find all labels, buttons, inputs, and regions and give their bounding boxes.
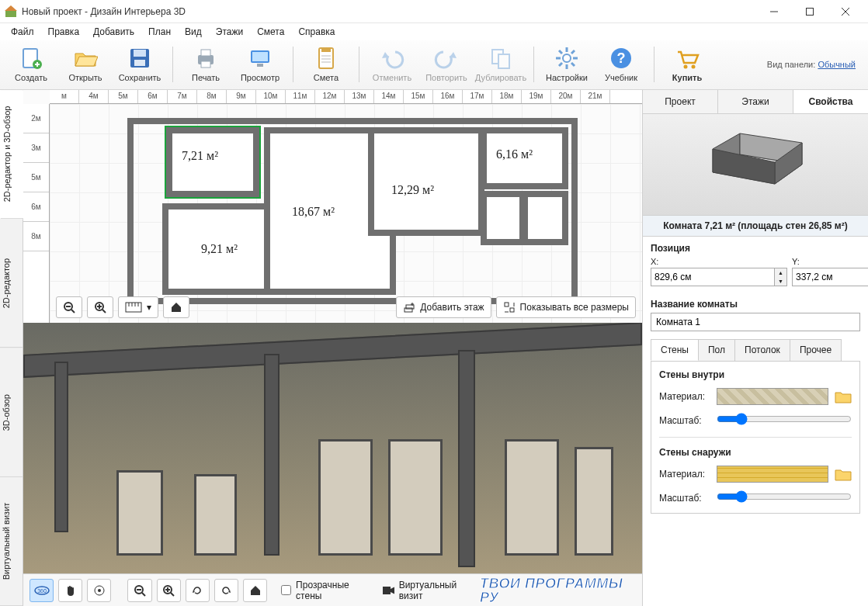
tool-undo[interactable]: Отменить: [366, 43, 418, 86]
svg-line-32: [571, 50, 575, 54]
tool-estimate[interactable]: Смета: [300, 43, 352, 86]
plan-canvas[interactable]: 7,21 м² 9,21 м² 18,67 м² 12,29 м² 6,16 м…: [50, 104, 642, 323]
svg-rect-12: [201, 50, 210, 56]
tool-tutorial[interactable]: ?Учебник: [595, 43, 648, 86]
menu-estimate[interactable]: Смета: [251, 25, 290, 39]
transparent-walls-checkbox[interactable]: Прозрачные стены: [281, 580, 369, 601]
pos-y-label: Y:: [792, 257, 868, 266]
tool-save[interactable]: Сохранить: [113, 43, 166, 86]
menu-add[interactable]: Добавить: [87, 25, 141, 39]
home-button[interactable]: [163, 296, 189, 318]
subtab-other[interactable]: Прочее: [790, 339, 842, 361]
svg-line-60: [142, 593, 145, 596]
tool-settings[interactable]: Настройки: [540, 43, 593, 86]
layers-plus-icon: [403, 301, 415, 313]
material-label: Материал:: [659, 391, 710, 402]
subtab-walls[interactable]: Стены: [651, 339, 699, 361]
target-button[interactable]: [87, 579, 111, 602]
virtual-visit-button[interactable]: Виртуальный визит: [383, 580, 475, 601]
panel-mode: Вид панели: Обычный: [767, 60, 863, 69]
room[interactable]: [522, 191, 568, 245]
tool-preview[interactable]: Просмотр: [234, 43, 286, 86]
menu-file[interactable]: Файл: [5, 25, 40, 39]
svg-rect-51: [505, 303, 509, 306]
side-tab-3d[interactable]: 3D-обзор: [0, 348, 23, 477]
subtab-ceiling[interactable]: Потолок: [734, 339, 790, 361]
rp-tab-floors[interactable]: Этажи: [718, 90, 793, 113]
browse-material-button[interactable]: [835, 389, 852, 404]
svg-rect-9: [134, 50, 146, 57]
svg-text:360: 360: [37, 588, 47, 594]
svg-point-36: [692, 65, 696, 69]
room-label: 9,21 м²: [201, 242, 238, 256]
zoom-in-3d-button[interactable]: [157, 579, 181, 602]
rp-tab-project[interactable]: Проект: [643, 90, 718, 113]
menu-help[interactable]: Справка: [292, 25, 341, 39]
rotate-left-button[interactable]: [186, 579, 210, 602]
svg-rect-44: [126, 303, 141, 312]
outside-material-swatch[interactable]: [717, 466, 828, 483]
plan-view[interactable]: м4м5м6м7м8м9м10м11м12м13м14м15м16м17м18м…: [23, 90, 642, 323]
target-icon: [93, 584, 106, 597]
inside-material-swatch[interactable]: [717, 388, 828, 405]
menu-edit[interactable]: Правка: [42, 25, 86, 39]
window-minimize-button[interactable]: [756, 0, 792, 23]
show-dimensions-button[interactable]: Показывать все размеры: [496, 296, 636, 318]
ruler-vertical: 2м3м5м6м8м: [23, 104, 50, 323]
walls-inside-title: Стены внутри: [659, 369, 852, 380]
right-panel: Проект Этажи Свойства Комната 7,21 м² (п…: [643, 90, 868, 606]
svg-rect-16: [257, 64, 263, 67]
tool-duplicate[interactable]: Дублировать: [474, 43, 527, 86]
svg-rect-15: [252, 52, 268, 61]
ruler-horizontal: м4м5м6м7м8м9м10м11м12м13м14м15м16м17м18м…: [50, 90, 642, 104]
window-title: Новый проект - Дизайн Интерьера 3D: [22, 6, 186, 17]
menu-plan[interactable]: План: [142, 25, 177, 39]
panel-mode-link[interactable]: Обычный: [818, 60, 856, 69]
camera-icon: [383, 586, 394, 595]
pan-button[interactable]: [58, 579, 82, 602]
browse-material-button[interactable]: [835, 466, 852, 482]
watermark: ТВОИ ПРОГРАММЫ РУ: [480, 577, 636, 604]
svg-rect-13: [201, 61, 210, 68]
home-3d-button[interactable]: [243, 579, 267, 602]
tool-print[interactable]: Печать: [179, 43, 232, 86]
add-floor-button[interactable]: Добавить этаж: [396, 296, 491, 318]
scale-label: Масштаб:: [659, 493, 710, 504]
room[interactable]: [481, 191, 526, 245]
home-icon: [249, 584, 262, 597]
tool-redo[interactable]: Повторить: [420, 43, 473, 86]
subtab-floor[interactable]: Пол: [698, 339, 735, 361]
walls-outside-title: Стены снаружи: [659, 447, 852, 458]
menu-view[interactable]: Вид: [179, 25, 208, 39]
side-tab-2d-3d[interactable]: 2D-редактор и 3D-обзор: [0, 90, 23, 219]
tool-create[interactable]: Создать: [5, 43, 57, 86]
room-name-input[interactable]: [651, 313, 860, 331]
rp-tab-properties[interactable]: Свойства: [793, 90, 868, 113]
side-tab-tour[interactable]: Виртуальный визит: [0, 477, 23, 606]
tool-open[interactable]: Открыть: [59, 43, 112, 86]
tool-buy[interactable]: Купить: [661, 43, 713, 86]
inside-scale-slider[interactable]: [717, 413, 852, 428]
svg-text:?: ?: [617, 50, 626, 66]
zoom-out-3d-button[interactable]: [127, 579, 151, 602]
svg-point-58: [98, 589, 101, 592]
zoom-in-button[interactable]: [87, 296, 113, 318]
room[interactable]: [368, 127, 484, 236]
zoom-in-icon: [162, 584, 175, 597]
window-close-button[interactable]: [828, 0, 863, 23]
svg-rect-52: [510, 308, 514, 312]
zoom-out-button[interactable]: [56, 296, 82, 318]
outside-scale-slider[interactable]: [717, 490, 852, 505]
svg-line-38: [71, 310, 75, 313]
pos-x-input[interactable]: ▲▼: [651, 268, 787, 286]
svg-line-41: [102, 310, 106, 313]
orbit-360-button[interactable]: 360: [30, 579, 54, 602]
rotate-right-button[interactable]: [214, 579, 238, 602]
side-tab-2d[interactable]: 2D-редактор: [0, 219, 23, 348]
measure-button[interactable]: ▾: [118, 296, 158, 318]
window-maximize-button[interactable]: [792, 0, 828, 23]
menu-floors[interactable]: Этажи: [210, 25, 249, 39]
room-name-title: Название комнаты: [643, 293, 868, 313]
pos-y-input[interactable]: ▲▼: [792, 268, 868, 286]
view-3d[interactable]: [23, 323, 642, 573]
